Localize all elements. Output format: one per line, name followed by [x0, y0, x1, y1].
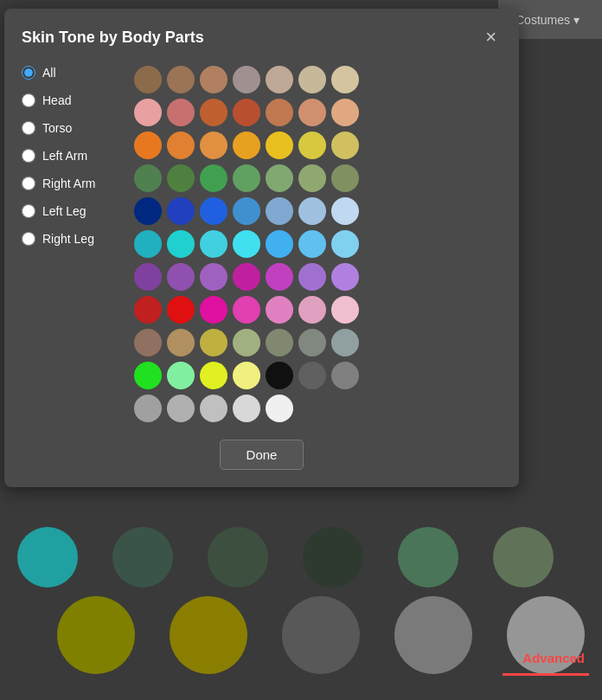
color-swatch-2-0[interactable] [134, 132, 162, 159]
color-swatch-9-2[interactable] [200, 362, 227, 389]
color-row-9 [134, 362, 359, 389]
bg-dot [57, 596, 135, 674]
radio-all-input[interactable] [22, 66, 35, 80]
color-swatch-9-3[interactable] [233, 362, 260, 389]
color-swatch-4-1[interactable] [167, 197, 195, 225]
color-swatch-9-0[interactable] [134, 362, 162, 389]
color-swatch-8-4[interactable] [266, 329, 293, 356]
color-swatch-4-0[interactable] [134, 197, 162, 225]
radio-right-leg[interactable]: Right Leg [22, 232, 117, 246]
radio-right-arm-input[interactable] [22, 177, 35, 190]
close-button[interactable]: × [480, 26, 502, 48]
color-swatch-1-3[interactable] [233, 99, 260, 126]
color-swatch-2-3[interactable] [233, 132, 260, 159]
color-swatch-10-3[interactable] [233, 395, 260, 422]
radio-left-leg[interactable]: Left Leg [22, 204, 117, 218]
costumes-label[interactable]: Costumes ▾ [516, 13, 580, 27]
bg-dot [394, 596, 472, 674]
radio-torso-input[interactable] [22, 121, 35, 135]
color-swatch-3-1[interactable] [167, 164, 195, 192]
color-swatch-3-4[interactable] [266, 164, 293, 192]
dialog-header: Skin Tone by Body Parts × [22, 26, 502, 48]
color-swatch-8-1[interactable] [167, 329, 195, 356]
color-swatch-4-2[interactable] [200, 197, 227, 225]
color-swatch-6-5[interactable] [298, 263, 326, 291]
color-swatch-5-4[interactable] [266, 230, 293, 258]
color-swatch-0-4[interactable] [266, 66, 293, 93]
color-row-1 [134, 99, 359, 126]
radio-right-arm[interactable]: Right Arm [22, 177, 117, 190]
color-swatch-1-1[interactable] [167, 99, 195, 126]
done-button[interactable]: Done [220, 440, 304, 470]
color-swatch-8-2[interactable] [200, 329, 227, 356]
color-swatch-0-5[interactable] [298, 66, 326, 93]
color-swatch-5-1[interactable] [167, 230, 195, 258]
color-swatch-0-2[interactable] [200, 66, 227, 93]
radio-left-arm[interactable]: Left Arm [22, 149, 117, 163]
color-swatch-7-1[interactable] [167, 296, 195, 324]
color-swatch-2-2[interactable] [200, 132, 227, 159]
color-swatch-8-0[interactable] [134, 329, 162, 356]
color-swatch-10-0[interactable] [134, 395, 162, 422]
radio-head-input[interactable] [22, 93, 35, 107]
color-swatch-2-4[interactable] [266, 132, 293, 159]
radio-left-leg-input[interactable] [22, 204, 35, 218]
color-swatch-8-5[interactable] [298, 329, 326, 356]
color-swatch-6-2[interactable] [200, 263, 227, 291]
color-swatch-3-6[interactable] [331, 164, 359, 192]
color-swatch-2-6[interactable] [331, 132, 359, 159]
color-swatch-8-3[interactable] [233, 329, 260, 356]
color-swatch-6-6[interactable] [331, 263, 359, 291]
color-swatch-6-3[interactable] [233, 263, 260, 291]
color-swatch-1-4[interactable] [266, 99, 293, 126]
radio-head[interactable]: Head [22, 93, 117, 107]
color-swatch-9-1[interactable] [167, 362, 195, 389]
color-swatch-5-6[interactable] [331, 230, 359, 258]
color-swatch-7-5[interactable] [298, 296, 326, 324]
color-swatch-3-3[interactable] [233, 164, 260, 192]
color-swatch-7-4[interactable] [266, 296, 293, 324]
color-swatch-1-2[interactable] [200, 99, 227, 126]
color-swatch-4-3[interactable] [233, 197, 260, 225]
color-swatch-6-0[interactable] [134, 263, 162, 291]
color-swatch-10-1[interactable] [167, 395, 195, 422]
color-swatch-10-4[interactable] [266, 395, 293, 422]
color-swatch-9-5[interactable] [298, 362, 326, 389]
bg-dot [170, 596, 247, 674]
color-swatch-10-2[interactable] [200, 395, 227, 422]
color-swatch-4-6[interactable] [331, 197, 359, 225]
radio-left-arm-input[interactable] [22, 149, 35, 163]
radio-torso[interactable]: Torso [22, 121, 117, 135]
color-swatch-9-6[interactable] [331, 362, 359, 389]
color-swatch-4-4[interactable] [266, 197, 293, 225]
color-swatch-0-1[interactable] [167, 66, 195, 93]
color-swatch-3-5[interactable] [298, 164, 326, 192]
radio-all[interactable]: All [22, 66, 117, 80]
color-swatch-7-0[interactable] [134, 296, 162, 324]
dialog-title: Skin Tone by Body Parts [22, 29, 204, 47]
color-swatch-7-6[interactable] [331, 296, 359, 324]
advanced-label[interactable]: Advanced [505, 651, 602, 665]
radio-right-leg-input[interactable] [22, 232, 35, 246]
color-swatch-2-5[interactable] [298, 132, 326, 159]
color-swatch-1-5[interactable] [298, 99, 326, 126]
color-swatch-0-0[interactable] [134, 66, 162, 93]
color-swatch-5-5[interactable] [298, 230, 326, 258]
color-swatch-7-2[interactable] [200, 296, 227, 324]
color-swatch-6-1[interactable] [167, 263, 195, 291]
color-swatch-8-6[interactable] [331, 329, 359, 356]
color-swatch-7-3[interactable] [233, 296, 260, 324]
color-swatch-9-4[interactable] [266, 362, 293, 389]
color-swatch-5-3[interactable] [233, 230, 260, 258]
color-swatch-1-6[interactable] [331, 99, 359, 126]
color-swatch-2-1[interactable] [167, 132, 195, 159]
color-swatch-6-4[interactable] [266, 263, 293, 291]
color-swatch-5-2[interactable] [200, 230, 227, 258]
color-swatch-3-2[interactable] [200, 164, 227, 192]
color-swatch-5-0[interactable] [134, 230, 162, 258]
color-swatch-4-5[interactable] [298, 197, 326, 225]
color-swatch-3-0[interactable] [134, 164, 162, 192]
color-swatch-0-3[interactable] [233, 66, 260, 93]
color-swatch-0-6[interactable] [331, 66, 359, 93]
color-swatch-1-0[interactable] [134, 99, 162, 126]
